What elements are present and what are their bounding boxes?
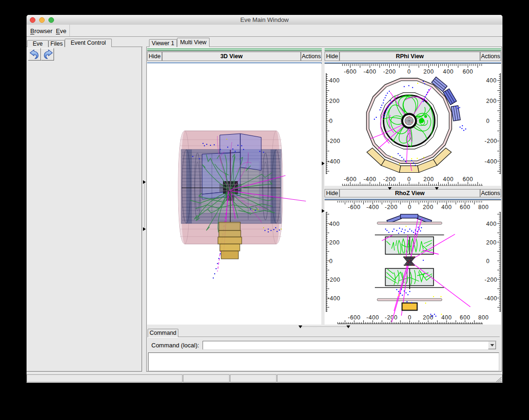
svg-text:-200: -200 [485, 277, 497, 283]
svg-text:-200: -200 [385, 204, 397, 210]
svg-text:400: 400 [329, 77, 340, 84]
svg-text:-400: -400 [328, 295, 340, 302]
svg-text:200: 200 [329, 239, 340, 246]
svg-text:-200: -200 [328, 277, 340, 283]
svg-text:200: 200 [486, 239, 497, 246]
svg-text:-400: -400 [366, 314, 379, 321]
svg-text:0: 0 [329, 258, 333, 264]
svg-text:200: 200 [329, 98, 340, 104]
svg-text:400: 400 [441, 204, 452, 210]
svg-text:0: 0 [407, 68, 411, 75]
svg-text:-400: -400 [366, 204, 379, 210]
svg-text:0: 0 [329, 118, 333, 124]
svg-text:200: 200 [423, 204, 434, 210]
svg-text:400: 400 [441, 314, 452, 321]
svg-text:0: 0 [408, 204, 412, 210]
svg-text:200: 200 [486, 98, 497, 104]
svg-text:-600: -600 [344, 68, 356, 75]
svg-text:200: 200 [423, 176, 434, 183]
svg-text:-200: -200 [485, 138, 497, 144]
svg-text:400: 400 [329, 221, 340, 227]
svg-text:600: 600 [462, 176, 473, 183]
svg-text:400: 400 [443, 68, 454, 75]
svg-text:0: 0 [486, 118, 490, 124]
svg-text:600: 600 [462, 68, 473, 75]
svg-text:-400: -400 [485, 158, 497, 165]
svg-text:-600: -600 [348, 314, 360, 321]
svg-text:-200: -200 [383, 68, 396, 75]
svg-text:-400: -400 [364, 176, 376, 183]
svg-text:400: 400 [486, 221, 497, 227]
svg-text:200: 200 [423, 314, 434, 321]
svg-text:0: 0 [408, 314, 412, 321]
svg-text:-600: -600 [344, 176, 356, 183]
svg-text:-200: -200 [385, 314, 397, 321]
svg-text:-200: -200 [383, 176, 396, 183]
svg-text:0: 0 [407, 176, 411, 183]
svg-text:-400: -400 [364, 68, 376, 75]
svg-text:-600: -600 [348, 204, 360, 210]
svg-text:400: 400 [443, 176, 454, 183]
svg-text:-200: -200 [328, 138, 340, 144]
svg-text:400: 400 [486, 77, 497, 84]
svg-text:600: 600 [460, 204, 470, 210]
svg-text:600: 600 [460, 314, 470, 321]
svg-text:200: 200 [423, 68, 434, 75]
svg-text:-400: -400 [328, 158, 340, 165]
svg-text:-400: -400 [485, 295, 497, 302]
svg-text:0: 0 [486, 258, 490, 264]
svg-text:800: 800 [478, 314, 489, 321]
svg-text:800: 800 [478, 204, 489, 210]
